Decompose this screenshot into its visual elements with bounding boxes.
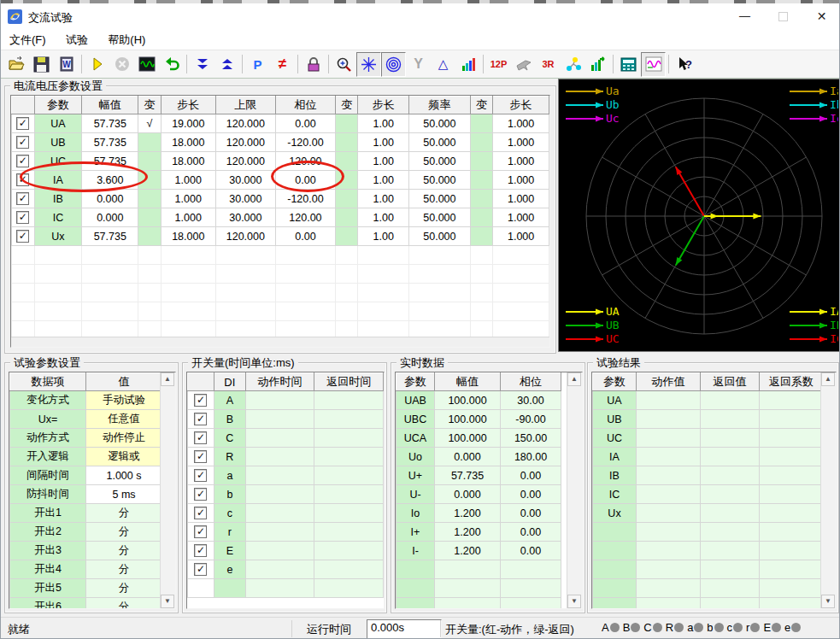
cell-phase[interactable]: 0.00 xyxy=(501,504,561,523)
maximize-button[interactable] xyxy=(764,3,802,29)
cell-freq[interactable]: 50.000 xyxy=(409,152,471,171)
cell-t_off[interactable] xyxy=(314,542,384,560)
cell-phase[interactable]: 180.00 xyxy=(501,448,561,466)
cell-param[interactable]: UBC xyxy=(397,410,435,429)
increase-value-button[interactable] xyxy=(214,52,239,77)
cell-act[interactable] xyxy=(637,485,701,504)
cell-value[interactable]: 5 ms xyxy=(86,485,162,504)
cell-step2[interactable]: 1.00 xyxy=(358,133,409,152)
stop-test-button[interactable] xyxy=(109,52,134,77)
cell-label[interactable]: 开出3 xyxy=(10,542,86,560)
cell-param[interactable]: U- xyxy=(397,485,435,504)
cell-t_on[interactable] xyxy=(245,466,314,485)
cell-value[interactable]: 任意值 xyxy=(86,410,162,429)
cell-var2[interactable] xyxy=(335,190,357,208)
cell-param[interactable]: IA xyxy=(34,171,82,190)
waveform-display-button[interactable] xyxy=(134,52,159,77)
phase-mode-button[interactable]: P xyxy=(245,52,270,77)
cell-phase[interactable]: 0.00 xyxy=(275,171,335,190)
cell-phase[interactable]: -90.00 xyxy=(501,410,561,429)
cell-step3[interactable]: 1.000 xyxy=(493,208,549,227)
cell-amp[interactable]: 57.735 xyxy=(435,466,501,485)
cell-di[interactable]: A xyxy=(214,391,245,410)
cell-value[interactable]: 分 xyxy=(86,598,162,610)
cell-label[interactable]: Ux= xyxy=(10,410,86,429)
cell-amp[interactable]: 3.600 xyxy=(82,171,138,190)
cell-value[interactable]: 逻辑或 xyxy=(86,448,162,466)
cell-di[interactable]: c xyxy=(214,504,245,523)
cell-param[interactable]: Uo xyxy=(397,448,435,466)
cell-ret[interactable] xyxy=(701,448,760,466)
cell-amp[interactable]: 100.000 xyxy=(435,391,501,410)
cell-step1[interactable]: 1.000 xyxy=(161,171,215,190)
checkbox[interactable]: ✓ xyxy=(16,136,29,149)
checkbox[interactable]: ✓ xyxy=(194,431,207,444)
calculator-button[interactable] xyxy=(616,52,641,77)
checkbox[interactable]: ✓ xyxy=(194,544,207,557)
cell-step2[interactable]: 1.00 xyxy=(358,114,409,133)
cell-t_on[interactable] xyxy=(245,485,314,504)
cell-amp[interactable]: 0.000 xyxy=(82,208,138,227)
cell-amp[interactable]: 57.735 xyxy=(82,152,138,171)
cell-value[interactable]: 分 xyxy=(86,523,162,542)
cell-param[interactable]: Io xyxy=(397,504,435,523)
export-report-button[interactable]: W xyxy=(54,52,79,77)
cell-var1[interactable] xyxy=(138,133,161,152)
cell-limit[interactable]: 120.000 xyxy=(215,227,275,246)
cell-amp[interactable]: 57.735 xyxy=(82,114,138,133)
column-header[interactable]: 相位 xyxy=(275,97,335,114)
cell-label[interactable]: 开出6 xyxy=(10,598,86,610)
vertical-scrollbar[interactable]: ▲ ▼ xyxy=(820,372,836,608)
cell-di[interactable]: E xyxy=(214,542,245,560)
cell-phase[interactable]: 0.00 xyxy=(501,466,561,485)
zoom-button[interactable] xyxy=(332,52,356,77)
cell-t_on[interactable] xyxy=(245,448,314,466)
cell-label[interactable]: 开出4 xyxy=(10,560,86,579)
cell-label[interactable]: 防抖时间 xyxy=(10,485,86,504)
cell-step3[interactable]: 1.000 xyxy=(493,133,549,152)
vertical-scrollbar[interactable]: ▲ ▼ xyxy=(160,372,175,608)
waveform-window-button[interactable] xyxy=(641,52,666,77)
vector-circle-view-button[interactable] xyxy=(381,52,406,77)
column-header[interactable] xyxy=(188,373,214,391)
cell-param[interactable]: Ux xyxy=(593,504,637,523)
cell-value[interactable]: 手动试验 xyxy=(86,391,162,410)
cell-limit[interactable]: 30.000 xyxy=(215,190,275,208)
column-header[interactable]: 参数 xyxy=(397,373,435,391)
cell-amp[interactable]: 0.000 xyxy=(435,485,501,504)
menu-file[interactable]: 文件(F) xyxy=(1,29,55,48)
cell-param[interactable]: UAB xyxy=(397,391,435,410)
cell-amp[interactable]: 100.000 xyxy=(435,429,501,448)
cell-phase[interactable]: 150.00 xyxy=(501,429,561,448)
cell-amp[interactable]: 0.000 xyxy=(82,190,138,208)
column-header[interactable] xyxy=(12,97,35,114)
cell-act[interactable] xyxy=(637,448,701,466)
cell-ret[interactable] xyxy=(701,410,760,429)
cell-var3[interactable] xyxy=(470,171,492,190)
column-header[interactable]: 返回值 xyxy=(701,373,760,391)
column-header[interactable]: 步长 xyxy=(493,97,549,114)
cell-value[interactable]: 1.000 s xyxy=(86,466,162,485)
checkbox[interactable]: ✓ xyxy=(16,117,29,130)
cell-di[interactable]: b xyxy=(214,485,245,504)
cell-var1[interactable] xyxy=(138,190,161,208)
cell-step2[interactable]: 1.00 xyxy=(358,208,409,227)
cell-var3[interactable] xyxy=(470,152,492,171)
cell-step1[interactable]: 19.000 xyxy=(161,114,215,133)
column-header[interactable]: DI xyxy=(214,373,245,391)
cell-t_off[interactable] xyxy=(314,504,384,523)
decrease-value-button[interactable] xyxy=(190,52,214,77)
cell-param[interactable]: U+ xyxy=(397,466,435,485)
scroll-up-button[interactable]: ▲ xyxy=(821,372,835,386)
checkbox[interactable]: ✓ xyxy=(16,211,29,224)
checkbox[interactable]: ✓ xyxy=(16,155,29,167)
cell-value[interactable]: 分 xyxy=(86,504,162,523)
cell-di[interactable]: a xyxy=(214,466,245,485)
cell-step3[interactable]: 1.000 xyxy=(493,114,549,133)
cell-step1[interactable]: 18.000 xyxy=(161,152,215,171)
checkbox[interactable]: ✓ xyxy=(16,230,29,243)
cell-label[interactable]: 开出2 xyxy=(10,523,86,542)
cell-t_off[interactable] xyxy=(314,560,384,579)
cell-var3[interactable] xyxy=(470,114,492,133)
scroll-up-button[interactable]: ▲ xyxy=(161,372,174,386)
